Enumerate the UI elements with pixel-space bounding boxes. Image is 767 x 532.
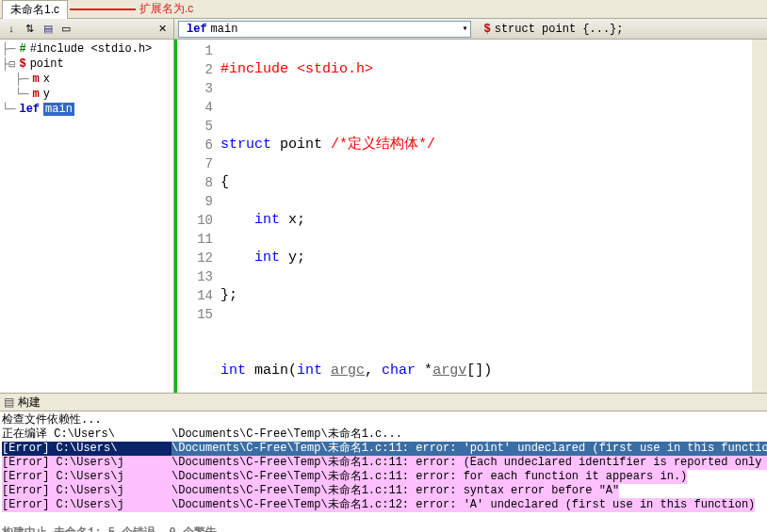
sort-down-icon[interactable]: ↓ — [4, 21, 19, 36]
tree-item-include[interactable]: ├─##include <stdio.h> — [2, 41, 171, 56]
page-icon[interactable]: ▭ — [58, 22, 73, 37]
output-line: 检查文件依赖性... — [2, 413, 765, 427]
main-area: ↓ ⇅ ▤ ▭ ✕ ├─##include <stdio.h> ├⊟$point… — [0, 19, 767, 393]
file-tab[interactable]: 未命名1.c — [2, 0, 68, 19]
function-dropdown[interactable]: lef main ▾ — [178, 21, 471, 38]
output-error-line[interactable]: [Error] C:\Users\j\Documents\C-Free\Temp… — [2, 470, 765, 484]
build-panel-header[interactable]: ▤ 构建 — [0, 393, 767, 411]
tree-item-member-y[interactable]: └─my — [2, 87, 171, 102]
list-icon[interactable]: ▤ — [41, 22, 56, 37]
output-line: 正在编译 C:\Users\\Documents\C-Free\Temp\未命名… — [2, 427, 765, 442]
code-body[interactable]: #include <stdio.h> struct point /*定义结构体*… — [219, 40, 752, 393]
output-error-line[interactable]: [Error] C:\Users\j\Documents\C-Free\Temp… — [2, 456, 765, 470]
build-output[interactable]: 检查文件依赖性... 正在编译 C:\Users\\Documents\C-Fr… — [0, 411, 767, 532]
chevron-down-icon: ▾ — [462, 23, 467, 34]
build-panel-title: 构建 — [18, 395, 41, 411]
code-editor[interactable]: 123456789101112131415 #include <stdio.h>… — [174, 40, 767, 393]
output-line — [2, 512, 765, 526]
line-gutter: 123456789101112131415 — [177, 40, 219, 393]
symbol-panel: ↓ ⇅ ▤ ▭ ✕ ├─##include <stdio.h> ├⊟$point… — [0, 19, 174, 393]
nav-bar: lef main ▾ $ struct point {...}; — [174, 19, 767, 40]
vertical-scrollbar[interactable] — [752, 40, 767, 393]
tree-item-main[interactable]: └─lefmain — [2, 102, 171, 117]
build-summary: 构建中止 未命名1: 5 个错误, 0 个警告 — [2, 526, 765, 532]
annotation-line — [70, 8, 136, 10]
output-error-line[interactable]: [Error] C:\Users\\Documents\C-Free\Temp\… — [2, 442, 765, 456]
symbol-toolbar: ↓ ⇅ ▤ ▭ ✕ — [0, 19, 173, 40]
tree-item-member-x[interactable]: ├─mx — [2, 72, 171, 87]
sort-icon[interactable]: ⇅ — [22, 22, 37, 37]
tree-item-struct[interactable]: ├⊟$point — [2, 56, 171, 72]
build-icon: ▤ — [4, 395, 14, 409]
editor-panel: lef main ▾ $ struct point {...}; 1234567… — [174, 19, 767, 393]
close-icon[interactable]: ✕ — [155, 22, 170, 37]
output-error-line[interactable]: [Error] C:\Users\j\Documents\C-Free\Temp… — [2, 484, 765, 498]
annotation-label: 扩展名为.c — [139, 1, 193, 17]
file-tab-bar: 未命名1.c 扩展名为.c — [0, 0, 767, 19]
scope-display[interactable]: $ struct point {...}; — [475, 23, 764, 36]
output-error-line[interactable]: [Error] C:\Users\j\Documents\C-Free\Temp… — [2, 498, 765, 512]
symbol-tree: ├─##include <stdio.h> ├⊟$point ├─mx └─my… — [0, 40, 173, 393]
